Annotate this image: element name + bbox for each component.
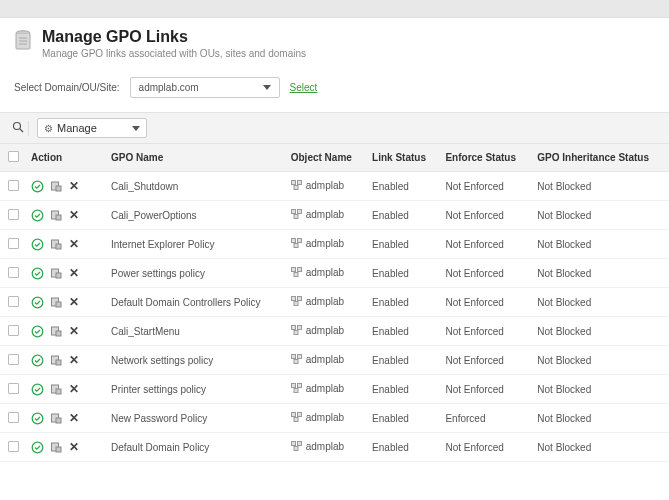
domain-icon — [291, 383, 302, 394]
enable-icon[interactable] — [31, 267, 44, 280]
cell-gpo-name: Cali_Shutdown — [105, 172, 285, 201]
manage-dropdown[interactable]: ⚙ Manage — [37, 118, 147, 138]
enable-icon[interactable] — [31, 296, 44, 309]
svg-rect-56 — [56, 418, 61, 423]
cell-inheritance: Not Blocked — [531, 317, 669, 346]
enable-icon[interactable] — [31, 180, 44, 193]
svg-point-36 — [32, 326, 43, 337]
table-row: ✕ Printer settings policy admplab Enable… — [0, 375, 669, 404]
cell-inheritance: Not Blocked — [531, 259, 669, 288]
domain-icon — [291, 296, 302, 307]
svg-rect-20 — [56, 244, 61, 249]
svg-rect-63 — [291, 441, 295, 445]
svg-rect-22 — [294, 243, 298, 247]
svg-rect-62 — [56, 447, 61, 452]
link-icon[interactable] — [50, 354, 63, 367]
chevron-down-icon — [263, 85, 271, 90]
domain-icon — [291, 238, 302, 249]
enable-icon[interactable] — [31, 325, 44, 338]
row-checkbox[interactable] — [8, 441, 19, 452]
remove-icon[interactable]: ✕ — [69, 237, 79, 251]
cell-gpo-name: Cali_StartMenu — [105, 317, 285, 346]
remove-icon[interactable]: ✕ — [69, 411, 79, 425]
enable-icon[interactable] — [31, 354, 44, 367]
svg-rect-32 — [56, 302, 61, 307]
svg-rect-39 — [291, 325, 295, 329]
link-icon[interactable] — [50, 209, 63, 222]
row-checkbox[interactable] — [8, 354, 19, 365]
cell-gpo-name: Default Domain Policy — [105, 433, 285, 462]
cell-object-name: admplab — [306, 354, 344, 365]
svg-point-4 — [14, 122, 21, 129]
link-icon[interactable] — [50, 180, 63, 193]
link-icon[interactable] — [50, 325, 63, 338]
row-checkbox[interactable] — [8, 296, 19, 307]
svg-rect-35 — [297, 296, 301, 300]
select-link[interactable]: Select — [290, 82, 318, 93]
row-checkbox[interactable] — [8, 238, 19, 249]
row-checkbox[interactable] — [8, 180, 19, 191]
table-row: ✕ New Password Policy admplab Enabled En… — [0, 404, 669, 433]
enable-icon[interactable] — [31, 383, 44, 396]
svg-rect-41 — [297, 325, 301, 329]
link-icon[interactable] — [50, 383, 63, 396]
cell-link-status: Enabled — [366, 375, 439, 404]
cell-link-status: Enabled — [366, 404, 439, 433]
svg-point-54 — [32, 413, 43, 424]
remove-icon[interactable]: ✕ — [69, 324, 79, 338]
enable-icon[interactable] — [31, 209, 44, 222]
svg-rect-46 — [294, 359, 298, 363]
svg-point-48 — [32, 384, 43, 395]
cell-gpo-name: New Password Policy — [105, 404, 285, 433]
remove-icon[interactable]: ✕ — [69, 382, 79, 396]
page-header: Manage GPO Links Manage GPO links associ… — [0, 18, 669, 67]
link-icon[interactable] — [50, 296, 63, 309]
col-object-name: Object Name — [285, 144, 366, 172]
link-icon[interactable] — [50, 267, 63, 280]
select-all-checkbox[interactable] — [8, 151, 19, 162]
cell-enforce-status: Not Enforced — [439, 288, 531, 317]
cell-gpo-name: Printer settings policy — [105, 375, 285, 404]
search-icon[interactable] — [8, 121, 29, 136]
domain-icon — [291, 412, 302, 423]
svg-rect-45 — [291, 354, 295, 358]
svg-rect-9 — [291, 180, 295, 184]
row-checkbox[interactable] — [8, 412, 19, 423]
link-icon[interactable] — [50, 238, 63, 251]
svg-rect-57 — [291, 412, 295, 416]
svg-rect-51 — [291, 383, 295, 387]
enable-icon[interactable] — [31, 238, 44, 251]
domain-dropdown[interactable]: admplab.com — [130, 77, 280, 98]
cell-object-name: admplab — [306, 441, 344, 452]
cell-inheritance: Not Blocked — [531, 346, 669, 375]
remove-icon[interactable]: ✕ — [69, 440, 79, 454]
remove-icon[interactable]: ✕ — [69, 295, 79, 309]
svg-rect-34 — [294, 301, 298, 305]
svg-point-12 — [32, 210, 43, 221]
cell-object-name: admplab — [306, 412, 344, 423]
svg-rect-14 — [56, 215, 61, 220]
cell-link-status: Enabled — [366, 259, 439, 288]
link-icon[interactable] — [50, 441, 63, 454]
svg-point-6 — [32, 181, 43, 192]
svg-rect-38 — [56, 331, 61, 336]
remove-icon[interactable]: ✕ — [69, 179, 79, 193]
row-checkbox[interactable] — [8, 267, 19, 278]
enable-icon[interactable] — [31, 441, 44, 454]
remove-icon[interactable]: ✕ — [69, 208, 79, 222]
remove-icon[interactable]: ✕ — [69, 266, 79, 280]
cell-inheritance: Not Blocked — [531, 288, 669, 317]
row-checkbox[interactable] — [8, 325, 19, 336]
remove-icon[interactable]: ✕ — [69, 353, 79, 367]
cell-gpo-name: Default Domain Controllers Policy — [105, 288, 285, 317]
enable-icon[interactable] — [31, 412, 44, 425]
svg-rect-65 — [297, 441, 301, 445]
link-icon[interactable] — [50, 412, 63, 425]
row-checkbox[interactable] — [8, 383, 19, 394]
col-enforce-status: Enforce Status — [439, 144, 531, 172]
table-row: ✕ Internet Explorer Policy admplab Enabl… — [0, 230, 669, 259]
cell-object-name: admplab — [306, 209, 344, 220]
row-checkbox[interactable] — [8, 209, 19, 220]
svg-point-60 — [32, 442, 43, 453]
svg-rect-11 — [297, 180, 301, 184]
